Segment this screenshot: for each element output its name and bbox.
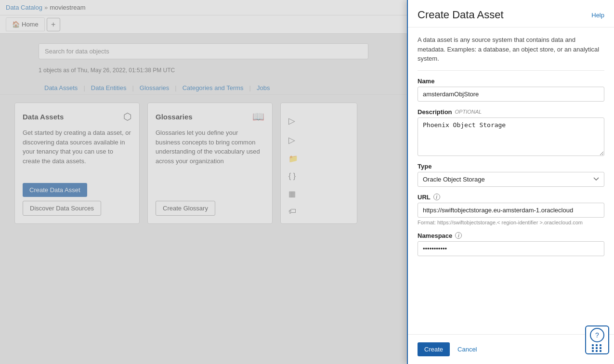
type-field: Type Oracle Object Storage Oracle Databa… xyxy=(418,163,604,187)
discover-data-sources-button[interactable]: Discover Data Sources xyxy=(23,201,101,216)
create-button[interactable]: Create xyxy=(418,342,450,356)
breadcrumb-separator: » xyxy=(44,4,48,11)
description-textarea[interactable]: Phoenix Object Storage xyxy=(418,117,604,156)
drawer-body: A data asset is any source system that c… xyxy=(408,27,614,334)
drawer-header: Create Data Asset Help xyxy=(408,0,614,27)
card-glossaries-header: Glossaries 📖 xyxy=(156,111,264,122)
type-label: Type xyxy=(418,163,604,170)
url-input[interactable] xyxy=(418,203,604,218)
search-area xyxy=(0,34,407,64)
create-glossary-button[interactable]: Create Glossary xyxy=(156,201,215,216)
url-field: URL i Format: https://swiftobjectstorage… xyxy=(418,194,604,225)
drawer-footer: Create Cancel ? xyxy=(408,334,614,364)
type-select[interactable]: Oracle Object Storage Oracle Database Au… xyxy=(418,172,604,187)
help-widget-dots xyxy=(592,344,602,352)
nav-tab-categories-terms[interactable]: Categories and Terms xyxy=(177,81,249,94)
name-field: Name xyxy=(418,78,604,102)
tab-bar: 🏠 Home + xyxy=(0,15,407,34)
nav-tabs: Data Assets | Data Entities | Glossaries… xyxy=(0,77,407,95)
drawer-help-link[interactable]: Help xyxy=(591,12,604,19)
name-label: Name xyxy=(418,78,604,85)
tab-home-label: Home xyxy=(22,21,39,28)
tab-home[interactable]: 🏠 Home xyxy=(6,17,45,31)
main-panel: Data Catalog » moviestream 🏠 Home + 1 ob… xyxy=(0,0,407,364)
name-input[interactable] xyxy=(418,87,604,102)
nav-tab-data-assets[interactable]: Data Assets xyxy=(39,81,83,94)
card-glossaries-footer: Create Glossary xyxy=(156,201,264,216)
optional-badge: OPTIONAL xyxy=(455,109,482,115)
card-data-assets-title: Data Assets xyxy=(23,113,64,121)
objects-info: 1 objects as of Thu, May 26, 2022, 01:51… xyxy=(0,64,407,77)
create-data-asset-button[interactable]: Create Data Asset xyxy=(23,183,87,197)
tab-add-button[interactable]: + xyxy=(47,18,60,31)
breadcrumb-link[interactable]: Data Catalog xyxy=(6,4,42,11)
cards-area: Data Assets ⬡ Get started by creating a … xyxy=(0,95,407,232)
cancel-link[interactable]: Cancel xyxy=(457,346,477,353)
namespace-input[interactable] xyxy=(418,241,604,256)
help-widget-container[interactable]: ? xyxy=(585,325,609,354)
create-data-asset-drawer: Create Data Asset Help A data asset is a… xyxy=(407,0,614,364)
braces-icon: { } xyxy=(288,172,349,181)
card-partial: ▷ ▷ 📁 { } ▦ 🏷 xyxy=(280,103,357,224)
help-widget-icon: ? xyxy=(590,328,604,342)
card-data-assets: Data Assets ⬡ Get started by creating a … xyxy=(14,103,140,224)
card-data-assets-body: Get started by creating a data asset, or… xyxy=(23,128,131,177)
nav-tab-glossaries[interactable]: Glossaries xyxy=(134,81,175,94)
home-icon: 🏠 xyxy=(12,21,20,28)
namespace-field: Namespace i xyxy=(418,232,604,256)
nav-tab-jobs[interactable]: Jobs xyxy=(251,81,275,94)
url-hint: Format: https://swiftobjectstorage.< reg… xyxy=(418,220,604,225)
description-label: Description OPTIONAL xyxy=(418,108,604,116)
namespace-label: Namespace i xyxy=(418,232,604,239)
card-glossaries-title: Glossaries xyxy=(156,113,193,121)
url-label: URL i xyxy=(418,194,604,201)
drawer-title: Create Data Asset xyxy=(418,9,504,21)
cube-icon: ⬡ xyxy=(123,111,131,122)
tag-icon: 🏷 xyxy=(288,207,349,216)
breadcrumb-bar: Data Catalog » moviestream xyxy=(0,0,407,15)
play-icon-2: ▷ xyxy=(288,135,349,145)
description-field: Description OPTIONAL Phoenix Object Stor… xyxy=(418,108,604,156)
card-data-assets-footer: Create Data Asset Discover Data Sources xyxy=(23,183,131,216)
drawer-description: A data asset is any source system that c… xyxy=(418,35,604,71)
namespace-info-icon[interactable]: i xyxy=(455,232,462,239)
play-icon: ▷ xyxy=(288,116,349,126)
search-input[interactable] xyxy=(39,43,368,59)
card-glossaries: Glossaries 📖 Glossaries let you define y… xyxy=(147,103,273,224)
breadcrumb-current: moviestream xyxy=(50,4,85,11)
table-icon: ▦ xyxy=(288,189,349,198)
card-data-assets-header: Data Assets ⬡ xyxy=(23,111,131,122)
folder-icon: 📁 xyxy=(288,154,349,163)
card-glossaries-body: Glossaries let you define your business … xyxy=(156,128,264,195)
nav-tab-data-entities[interactable]: Data Entities xyxy=(85,81,132,94)
url-info-icon[interactable]: i xyxy=(433,194,440,200)
book-icon: 📖 xyxy=(252,111,264,122)
